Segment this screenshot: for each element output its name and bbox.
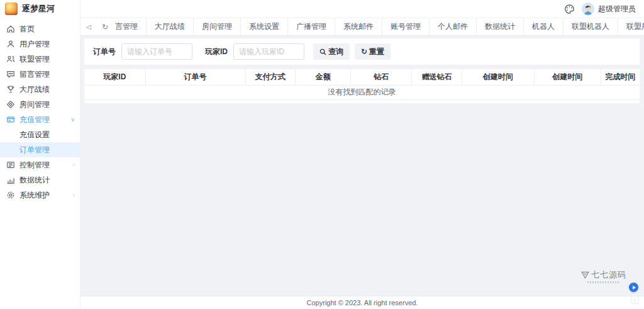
- sidebar-item-recharge-settings[interactable]: 充值设置: [0, 127, 80, 142]
- reset-icon: ↻: [361, 48, 367, 55]
- sidebar-item-messages[interactable]: 留言管理: [0, 67, 80, 82]
- page-content: 订单号 玩家ID 查询 ↻ 重置: [80, 36, 644, 296]
- col-bonus-diamonds: 赠送钻石: [412, 69, 462, 85]
- drag-handle-icon[interactable]: ∷: [631, 296, 639, 304]
- orders-table: 玩家ID 订单号 支付方式 金额 钻石 赠送钻石 创建时间 创建时间 完成时间: [84, 69, 640, 100]
- search-icon: [319, 48, 326, 55]
- sidebar-item-home[interactable]: 首页: [0, 21, 80, 37]
- chevron-collapsed-icon: ‹: [73, 162, 75, 168]
- control-icon: [6, 160, 15, 169]
- tab-system-mail[interactable]: 系统邮件: [335, 18, 382, 35]
- sidebar-item-hall-records[interactable]: 大厅战绩: [0, 82, 80, 97]
- sidebar-menu: 首页 用户管理 联盟管理 留言管理: [0, 18, 80, 203]
- sidebar-item-label: 用户管理: [19, 39, 50, 50]
- sidebar-item-control[interactable]: 控制管理 ‹: [0, 157, 80, 172]
- home-icon: [6, 25, 15, 33]
- col-diamonds: 钻石: [351, 69, 412, 85]
- tabs-refresh-button[interactable]: ↻: [97, 18, 113, 35]
- empty-message: 没有找到匹配的记录: [84, 85, 640, 99]
- sidebar-item-maintenance[interactable]: 系统维护 ‹: [0, 188, 80, 203]
- tab-robots[interactable]: 机器人: [523, 18, 563, 35]
- col-created-time-2: 创建时间: [534, 69, 601, 85]
- recharge-icon: [6, 115, 15, 124]
- sidebar-item-label: 大厅战绩: [19, 84, 50, 95]
- sidebar-item-label: 联盟管理: [19, 54, 50, 65]
- sidebar-item-label: 系统维护: [19, 190, 50, 201]
- room-icon: [6, 100, 15, 109]
- sidebar-item-union[interactable]: 联盟管理: [0, 52, 80, 67]
- sidebar-item-label: 房间管理: [19, 99, 50, 110]
- col-payment-method: 支付方式: [245, 69, 295, 85]
- query-button[interactable]: 查询: [313, 43, 350, 60]
- tab-data-statistics[interactable]: 数据统计: [476, 18, 523, 35]
- col-player-id: 玩家ID: [84, 69, 145, 85]
- tab-hall-records[interactable]: 大厅战绩: [146, 18, 193, 35]
- order-number-input[interactable]: [121, 43, 192, 60]
- floating-helper-button[interactable]: [629, 283, 638, 292]
- col-order-number: 订单号: [145, 69, 245, 85]
- page-footer: Copyright © 2023. All right reserved.: [80, 296, 644, 309]
- table-header-row: 玩家ID 订单号 支付方式 金额 钻石 赠送钻石 创建时间 创建时间 完成时间: [84, 69, 640, 85]
- app-logo-row: 逐梦星河: [0, 0, 80, 18]
- tabs-scroll-left-button[interactable]: ◁: [80, 18, 97, 35]
- message-icon: [6, 70, 15, 79]
- app-title: 逐梦星河: [22, 3, 55, 14]
- tab-personal-mail[interactable]: 个人邮件: [429, 18, 476, 35]
- player-id-label: 玩家ID: [205, 47, 228, 57]
- app-window: 逐梦星河 首页 用户管理 联盟管理: [0, 0, 644, 309]
- union-icon: [6, 55, 15, 64]
- sidebar-item-recharge[interactable]: 充值管理 ∨: [0, 112, 80, 127]
- sidebar-item-label: 控制管理: [19, 160, 50, 171]
- top-header: 超级管理员: [80, 0, 644, 18]
- vendor-watermark: 七七源码: [581, 269, 626, 283]
- search-toolbar: 订单号 玩家ID 查询 ↻ 重置: [84, 38, 640, 65]
- chevron-collapsed-icon: ‹: [73, 193, 75, 198]
- reset-button[interactable]: ↻ 重置: [355, 43, 391, 60]
- tab-message-management-clipped[interactable]: 言管理: [113, 18, 146, 35]
- chevron-down-icon: ∨: [70, 117, 75, 123]
- tab-broadcast-management[interactable]: 广播管理: [287, 18, 335, 35]
- sidebar-item-users[interactable]: 用户管理: [0, 37, 80, 52]
- empty-row: 没有找到匹配的记录: [84, 85, 640, 99]
- play-icon: [633, 286, 636, 289]
- sidebar-item-label: 订单管理: [19, 145, 50, 155]
- sidebar-item-statistics[interactable]: 数据统计: [0, 172, 80, 188]
- copyright-text: Copyright © 2023. All right reserved.: [307, 299, 418, 306]
- user-icon: [6, 40, 15, 48]
- user-menu[interactable]: 超级管理员: [582, 3, 636, 15]
- sidebar-item-label: 充值管理: [19, 115, 50, 125]
- tab-account-management[interactable]: 账号管理: [382, 18, 429, 35]
- col-completed-time: 完成时间: [601, 69, 640, 85]
- sidebar-item-rooms[interactable]: 房间管理: [0, 97, 80, 112]
- watermark-triangle-icon: [581, 271, 589, 279]
- sidebar-item-label: 充值设置: [19, 130, 50, 140]
- gear-icon: [6, 191, 15, 199]
- main-area: 超级管理员 ◁ ↻ 言管理 大厅战绩 房间管理 系统设置 广播管理 系统邮件 账…: [80, 0, 644, 309]
- order-number-label: 订单号: [93, 47, 116, 57]
- username-label: 超级管理员: [598, 4, 636, 14]
- theme-palette-icon[interactable]: [564, 4, 575, 14]
- trophy-icon: [6, 85, 15, 94]
- sidebar-item-label: 首页: [19, 24, 35, 35]
- app-logo-icon: [5, 3, 18, 15]
- tab-union-users[interactable]: 联盟用户: [618, 18, 644, 35]
- sidebar-item-order-management[interactable]: 订单管理: [0, 142, 80, 157]
- tab-union-robots[interactable]: 联盟机器人: [563, 18, 618, 35]
- sidebar-item-label: 留言管理: [19, 69, 50, 80]
- tab-system-settings[interactable]: 系统设置: [240, 18, 287, 35]
- col-created-time: 创建时间: [462, 69, 534, 85]
- user-avatar: [582, 3, 594, 15]
- stats-icon: [6, 176, 15, 184]
- tab-room-management[interactable]: 房间管理: [193, 18, 240, 35]
- watermark-subtext: [587, 281, 620, 283]
- orders-table-card: 玩家ID 订单号 支付方式 金额 钻石 赠送钻石 创建时间 创建时间 完成时间: [84, 69, 640, 103]
- player-id-input[interactable]: [233, 43, 304, 60]
- sidebar: 逐梦星河 首页 用户管理 联盟管理: [0, 0, 80, 309]
- tab-strip: ◁ ↻ 言管理 大厅战绩 房间管理 系统设置 广播管理 系统邮件 账号管理 个人…: [80, 18, 644, 36]
- watermark-brand: 七七源码: [591, 269, 626, 281]
- sidebar-item-label: 数据统计: [19, 175, 50, 186]
- col-amount: 金额: [296, 69, 351, 85]
